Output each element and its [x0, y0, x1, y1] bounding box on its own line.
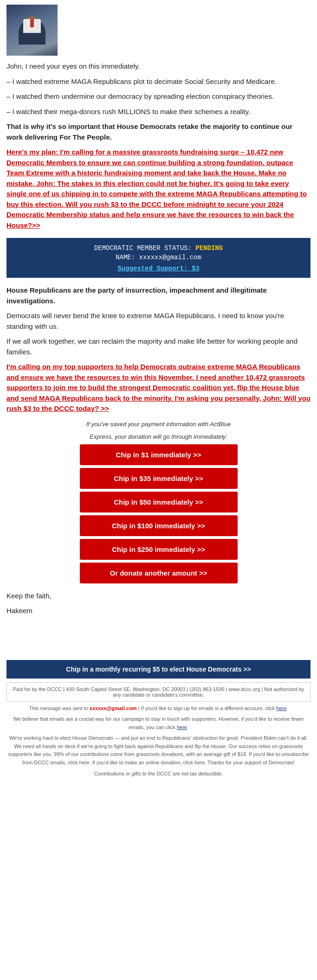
footer-note2-link[interactable]: here — [177, 724, 187, 730]
footer-legal-text: Paid for by the DCCC | 430 South Capitol… — [6, 682, 311, 702]
payment-note-line2: Express, your donation will go through i… — [6, 432, 311, 442]
footer-note1-prefix: This message was sent to — [29, 705, 88, 711]
bold-statement: That is why it's so important that House… — [6, 122, 311, 142]
footer-note1: This message was sent to xxxxxx@gmail.co… — [6, 705, 311, 713]
greeting-text: John, I need your eyes on this immediate… — [6, 61, 311, 72]
donate-100-button[interactable]: Chip in $100 immediately >> — [80, 515, 238, 536]
monthly-recurring-button[interactable]: Chip in a monthly recurring $5 to elect … — [6, 660, 311, 679]
body1-p2: If we all work together, we can reclaim … — [6, 336, 311, 357]
bullet2-text: – I watched them undermine our democracy… — [6, 91, 311, 102]
red-cta-link-1[interactable]: Here's my plan: I'm calling for a massiv… — [6, 147, 311, 231]
profile-photo — [6, 5, 58, 56]
footer-note2-prefix: We believe that emails are a crucial way… — [13, 716, 304, 730]
suggested-support-link[interactable]: Suggested Support: $3 — [11, 265, 306, 272]
bullet1-text: – I watched extreme MAGA Republicans plo… — [6, 77, 311, 87]
footer-note1-link[interactable]: here — [276, 705, 286, 711]
donate-1-button[interactable]: Chip in $1 immediately >> — [80, 444, 238, 465]
red-cta-link-2[interactable]: I'm calling on my top supporters to help… — [6, 362, 311, 414]
status-box: DEMOCRATIC MEMBER STATUS: PENDING NAME: … — [6, 238, 311, 278]
donate-35-button[interactable]: Chip in $35 immediately >> — [80, 468, 238, 489]
name-value: xxxxxx@gmail.com — [139, 254, 201, 261]
footer-email: xxxxxx@gmail.com — [90, 705, 137, 711]
donate-other-button[interactable]: Or donate another amount >> — [80, 563, 238, 583]
donate-50-button[interactable]: Chip in $50 immediately >> — [80, 492, 238, 512]
body1-p1: Democrats will never bend the knee to ex… — [6, 311, 311, 332]
status-label: DEMOCRATIC MEMBER STATUS: — [94, 244, 192, 252]
sender-name: Hakeem — [6, 606, 311, 616]
body1-title: House Republicans are the party of insur… — [6, 285, 311, 306]
name-label: NAME: — [116, 254, 135, 261]
donate-250-button[interactable]: Chip in $250 immediately >> — [80, 539, 238, 560]
footer-note2: We believe that emails are a crucial way… — [6, 715, 311, 731]
email-signature: Keep the faith, Hakeem — [6, 591, 311, 616]
status-name-line: NAME: xxxxxx@gmail.com — [11, 254, 306, 261]
status-line1: DEMOCRATIC MEMBER STATUS: PENDING — [11, 244, 306, 252]
footer-note3: We're working hard to elect House Democr… — [6, 734, 311, 767]
bullet3-text: – I watched their mega-donors rush MILLI… — [6, 107, 311, 117]
status-value: PENDING — [195, 244, 223, 252]
closing-text: Keep the faith, — [6, 591, 311, 602]
footer-note1-mid: | If you'd like to sign up for emails in… — [138, 705, 275, 711]
footer-note4: Contributions or gifts to the DCCC are n… — [6, 770, 311, 778]
spacer — [6, 621, 311, 649]
payment-note-line1: If you've saved your payment information… — [6, 420, 311, 429]
